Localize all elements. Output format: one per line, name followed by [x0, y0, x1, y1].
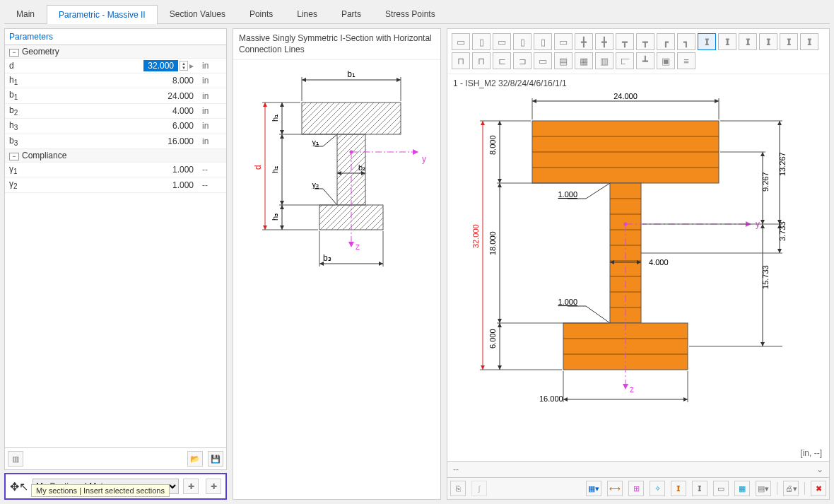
shape-option-16[interactable]: 𝗜: [780, 33, 798, 50]
shape-option-18[interactable]: ⊓: [452, 52, 470, 69]
shape-option-27[interactable]: ┻: [636, 52, 654, 69]
separator: [804, 482, 805, 495]
new-section-icon[interactable]: ✚: [183, 479, 199, 494]
dim-d: 32.000: [471, 224, 480, 248]
save-icon[interactable]: 💾: [208, 451, 223, 467]
param-row[interactable]: h36.000in: [5, 119, 226, 134]
shape-option-26[interactable]: ⫍: [616, 52, 634, 69]
tab-section-values[interactable]: Section Values: [158, 4, 237, 23]
shape-option-14[interactable]: 𝗜: [739, 33, 757, 50]
svg-marker-94: [623, 384, 628, 389]
svg-marker-17: [263, 102, 267, 107]
svg-marker-59: [715, 99, 719, 103]
label-b3: b₃: [323, 253, 331, 263]
library-icon[interactable]: ▥: [8, 451, 23, 467]
shape-option-11[interactable]: ┓: [677, 33, 695, 50]
shape-option-10[interactable]: ┏: [657, 33, 675, 50]
shape-option-6[interactable]: ╋: [575, 33, 593, 50]
shape-option-5[interactable]: ▭: [554, 33, 572, 50]
shape-option-7[interactable]: ╋: [595, 33, 613, 50]
more-icon[interactable]: ▸: [189, 61, 194, 71]
shape-option-8[interactable]: ┳: [616, 33, 634, 50]
parameters-panel: Parameters −Geometryd32.000▲▼▸inh18.000i…: [4, 28, 227, 470]
svg-marker-79: [498, 183, 502, 187]
svg-marker-13: [379, 262, 383, 266]
section-grey-icon[interactable]: 𝗜: [692, 481, 707, 496]
svg-marker-26: [280, 201, 284, 205]
values-icon[interactable]: ▦▾: [586, 481, 601, 496]
tab-lines[interactable]: Lines: [285, 4, 329, 23]
shape-option-23[interactable]: ▤: [554, 52, 572, 69]
shape-option-28[interactable]: ▣: [657, 52, 675, 69]
insert-section-icon[interactable]: ✚: [206, 479, 221, 494]
principal-icon[interactable]: ✧: [650, 481, 665, 496]
param-row[interactable]: b24.000in: [5, 103, 226, 118]
tab-parametric-massive-ii[interactable]: Parametric - Massive II: [47, 5, 158, 24]
label-h1: h₁: [271, 115, 279, 122]
axis-z: z: [630, 385, 634, 394]
dim-cy: 9.267: [761, 172, 770, 192]
param-row[interactable]: γ11.000--: [5, 162, 226, 177]
label-h3: h₃: [271, 213, 279, 221]
preview-canvas: 24.000 4.000 16.000 32.000: [447, 93, 829, 445]
dim-b3: 16.000: [539, 394, 563, 403]
hatching-icon[interactable]: ▭: [713, 481, 729, 496]
collapse-icon[interactable]: −: [9, 49, 19, 57]
svg-marker-4: [302, 78, 306, 82]
shape-option-25[interactable]: ▥: [595, 52, 613, 69]
tab-bar: MainParametric - Massive IISection Value…: [4, 4, 830, 24]
shape-option-0[interactable]: ▭: [452, 33, 470, 50]
open-icon[interactable]: 📂: [187, 451, 203, 467]
shape-option-20[interactable]: ⊏: [493, 52, 511, 69]
section-icon[interactable]: 𝗜: [671, 481, 686, 496]
param-row[interactable]: b316.000in: [5, 134, 226, 148]
shape-option-2[interactable]: ▭: [493, 33, 511, 50]
grid-icon[interactable]: ▦: [734, 481, 750, 496]
shape-option-29[interactable]: ≡: [677, 52, 695, 69]
integral-icon[interactable]: ∫: [471, 481, 487, 496]
shape-option-21[interactable]: ⊐: [513, 52, 531, 69]
shape-option-12[interactable]: 𝗜: [698, 33, 716, 50]
svg-marker-110: [777, 249, 782, 253]
label-g1: γ₁: [312, 138, 319, 146]
group-compliance[interactable]: −Compliance: [5, 148, 226, 162]
shape-option-3[interactable]: ▯: [513, 33, 531, 50]
shape-gallery: ▭▯▭▯▯▭╋╋┳┳┏┓𝗜𝗜𝗜𝗜𝗜𝗜⊓⊓⊏⊐▭▤▦▥⫍┻▣≡: [447, 29, 829, 74]
reset-icon[interactable]: ✖: [811, 481, 826, 496]
tab-stress-points[interactable]: Stress Points: [373, 4, 447, 23]
layers-icon[interactable]: ▤▾: [756, 481, 771, 496]
svg-line-86: [586, 183, 610, 199]
axes-icon[interactable]: ⊞: [628, 481, 644, 496]
group-geometry[interactable]: −Geometry: [5, 45, 226, 59]
dims-on-icon[interactable]: ⟷: [607, 481, 623, 496]
tab-points[interactable]: Points: [237, 4, 285, 23]
shape-option-13[interactable]: 𝗜: [718, 33, 736, 50]
shape-option-4[interactable]: ▯: [534, 33, 552, 50]
shape-option-22[interactable]: ▭: [534, 52, 552, 69]
shape-option-1[interactable]: ▯: [472, 33, 491, 50]
spin-down-icon[interactable]: ▼: [180, 66, 187, 70]
param-row[interactable]: h18.000in: [5, 74, 226, 88]
param-row[interactable]: d32.000▲▼▸in: [5, 59, 226, 74]
svg-marker-84: [498, 323, 502, 327]
separator: [777, 482, 777, 495]
shape-option-15[interactable]: 𝗜: [759, 33, 777, 50]
shape-option-9[interactable]: ┳: [636, 33, 654, 50]
param-row[interactable]: b124.000in: [5, 88, 226, 103]
print-icon[interactable]: 🖨▾: [783, 481, 799, 496]
preview-panel: ▭▯▭▯▯▭╋╋┳┳┏┓𝗜𝗜𝗜𝗜𝗜𝗜⊓⊓⊏⊐▭▤▦▥⫍┻▣≡ 1 - ISH_M…: [447, 28, 830, 500]
svg-marker-72: [481, 365, 485, 370]
shape-option-19[interactable]: ⊓: [472, 52, 491, 69]
shape-option-17[interactable]: 𝗜: [800, 33, 818, 50]
copy-icon[interactable]: ⎘: [450, 481, 466, 496]
param-row[interactable]: γ21.000--: [5, 177, 226, 192]
tab-main[interactable]: Main: [4, 4, 47, 23]
svg-marker-18: [263, 225, 267, 230]
left-toolbar: ▥ 📂 💾: [5, 447, 226, 469]
svg-line-32: [323, 134, 337, 146]
svg-marker-31: [280, 225, 284, 230]
tab-parts[interactable]: Parts: [329, 4, 373, 23]
shape-option-24[interactable]: ▦: [575, 52, 593, 69]
collapse-icon[interactable]: −: [9, 153, 19, 160]
status-dropdown[interactable]: --⌄: [447, 461, 829, 477]
